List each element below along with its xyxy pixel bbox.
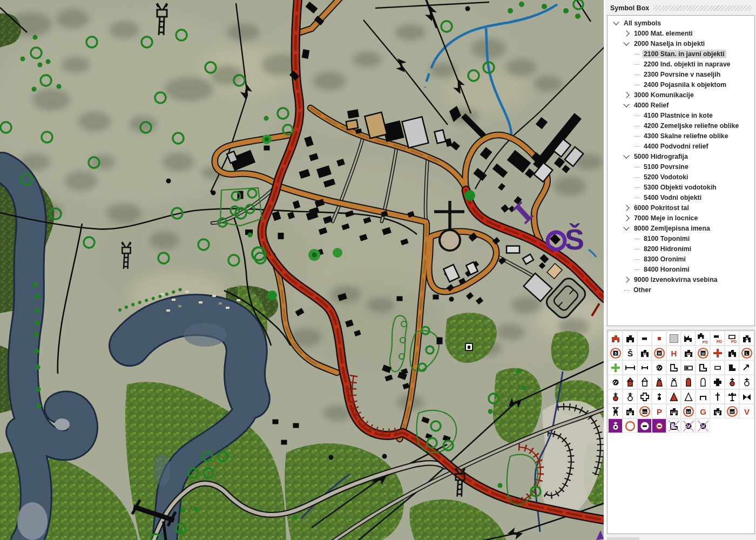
symbol-cell-bldgnotch[interactable] [725,360,739,375]
tree-item-4200[interactable]: 4200 Zemeljske reliefne oblike [610,120,753,131]
symbol-cell-rosette[interactable] [652,360,666,375]
symbol-cell-bldg-zd[interactable]: ZD [681,346,696,360]
symbol-cell-crossbold[interactable] [710,375,725,389]
tree-item-other[interactable]: Other [610,285,753,295]
symbol-cell-bldg-h[interactable]: H [637,346,652,360]
symbol-cell-ringbldg-5[interactable]: 5 [608,346,623,360]
tree-item-2000[interactable]: 2000 Naselja in objekti [610,38,753,49]
panel-grip-texture[interactable] [653,5,752,11]
symbol-cell-bldg[interactable] [623,331,637,346]
symbol-cell-cross2ball[interactable] [623,389,637,404]
symbol-cell-letter-š[interactable]: Š [623,346,637,360]
symbol-cell-bldg-gas[interactable]: GAS [666,404,681,418]
symbol-cell-rectin[interactable] [681,360,696,375]
tree-item-all[interactable]: All symbols [610,18,753,28]
symbol-cell-ringbldg-pol[interactable]: POL [637,404,652,418]
tree-item-8000[interactable]: 8000 Zemljepisna imena [610,223,753,233]
symbol-cell-bldg-5[interactable]: 5 [739,331,754,346]
symbol-cell-towerx[interactable] [652,375,666,389]
symbol-cell-bldg[interactable] [608,331,623,346]
tree-item-8200[interactable]: 8200 Hidronimi [610,244,753,254]
symbol-cell-crossoutline[interactable] [637,389,652,404]
tree-item-5200[interactable]: 5200 Vodotoki [610,172,753,182]
tree-item-4300[interactable]: 4300 Skalne reliefne oblike [610,131,753,141]
symbol-cell-tower[interactable] [623,375,637,389]
chevron-right-icon[interactable] [623,30,629,36]
symbol-cell-tower[interactable] [637,375,652,389]
tree-item-4400[interactable]: 4400 Podvodni relief [610,141,753,151]
symbol-cell-hbar[interactable] [623,360,637,375]
resize-grip[interactable] [607,537,639,540]
tree-item-2200[interactable]: 2200 Ind. objekti in naprave [610,59,753,69]
chevron-down-icon[interactable] [613,19,619,25]
symbol-cell-letter-p[interactable]: P [652,404,666,418]
symbol-cell-letter-g[interactable]: G [696,404,710,418]
map-view[interactable]: Š [0,0,604,540]
tree-item-2400[interactable]: 2400 Pojasnila k objektom [610,79,753,90]
symbol-cell-cross2ball[interactable] [608,389,623,404]
symbol-cell-bldg-vet[interactable]: VET [710,404,725,418]
symbol-cell-ringbldg-ga[interactable]: GA [681,404,696,418]
tree-item-7000[interactable]: 7000 Meje in locnice [610,213,753,223]
symbol-cell-rectoutline-pd[interactable]: PD [725,331,739,346]
symbol-cell-dash[interactable] [637,331,652,346]
symbol-cell-ringbldg-h[interactable]: H [652,346,666,360]
symbol-cell-pluscross[interactable] [710,346,725,360]
symbol-cell-rosette[interactable] [681,418,696,433]
symbol-cell-ringbldg-vet[interactable]: VET [725,404,739,418]
symbol-cell-letter-v[interactable]: V [739,404,754,418]
symbol-cell-letter-h[interactable]: H [666,346,681,360]
tree-item-4000[interactable]: 4000 Relief [610,100,753,110]
symbol-cell-pluscross[interactable] [608,360,623,375]
symbol-cell-bowtie[interactable] [739,389,754,404]
symbol-cell-tri[interactable] [681,389,696,404]
symbol-cell-bldg-pol[interactable]: POL [623,404,637,418]
chevron-down-icon[interactable] [623,224,629,230]
chevron-down-icon[interactable] [623,152,629,158]
chevron-right-icon[interactable] [623,215,629,221]
symbol-cell-ringbldg-zd[interactable]: ZD [696,346,710,360]
tree-item-1000[interactable]: 1000 Mat. elementi [610,28,753,38]
chevron-right-icon[interactable] [623,205,629,211]
symbol-cell-dome[interactable] [681,375,696,389]
tree-item-4100[interactable]: 4100 Plastnice in kote [610,110,753,120]
symbol-cell-ringbldg-l[interactable]: L [739,346,754,360]
tree-item-9000[interactable]: 9000 Izvenokvirna vsebina [610,274,753,285]
tree-item-8400[interactable]: 8400 Horonimi [610,264,753,274]
symbol-cell-bldg-l[interactable]: L [725,346,739,360]
tree-item-5400[interactable]: 5400 Vodni objekti [610,192,753,202]
symbol-cell-sqgray[interactable] [666,331,681,346]
tree-item-2300[interactable]: 2300 Povrsine v naseljih [610,69,753,79]
symbol-cell-bldg-pd[interactable]: PD [696,331,710,346]
symbol-cell-rectoutline[interactable] [710,360,725,375]
symbol-cell-lamp[interactable] [608,418,623,433]
tree-item-5300[interactable]: 5300 Objekti vodotokih [610,182,753,192]
symbol-cell-crossball[interactable] [725,375,739,389]
chevron-right-icon[interactable] [623,92,629,98]
symbol-cell-tarms[interactable] [725,389,739,404]
chevron-right-icon[interactable] [623,276,629,282]
tree-item-8100[interactable]: 8100 Toponimi [610,233,753,244]
symbol-cell-tri[interactable] [666,389,681,404]
symbol-cell-towerx[interactable] [666,375,681,389]
tree-item-2100[interactable]: 2100 Stan. in javni objekti [610,49,753,59]
symbol-cell-lout[interactable] [696,360,710,375]
tree-item-3000[interactable]: 3000 Komunikacije [610,90,753,100]
tree-item-8300[interactable]: 8300 Oronimi [610,254,753,264]
chevron-down-icon[interactable] [623,101,629,107]
symbol-cell-noentry[interactable] [637,418,652,433]
symbol-cell-lout[interactable] [666,418,681,433]
symbol-cell-dome[interactable] [696,375,710,389]
symbol-cell-ring[interactable] [623,418,637,433]
symbol-cell-dagger[interactable] [710,389,725,404]
symbol-cell-sqred[interactable] [652,331,666,346]
symbol-cell-gate[interactable] [696,389,710,404]
symbol-cell-crossballsm[interactable] [652,389,666,404]
symbol-cell-noentry[interactable] [652,418,666,433]
chevron-down-icon[interactable] [623,39,629,45]
tree-item-5100[interactable]: 5100 Povrsine [610,161,753,172]
symbol-cell-antenna[interactable] [608,404,623,418]
symbol-cell-rosette[interactable] [696,418,710,433]
tree-item-5000[interactable]: 5000 Hidrografija [610,151,753,161]
symbol-cell-hbar[interactable] [637,360,652,375]
